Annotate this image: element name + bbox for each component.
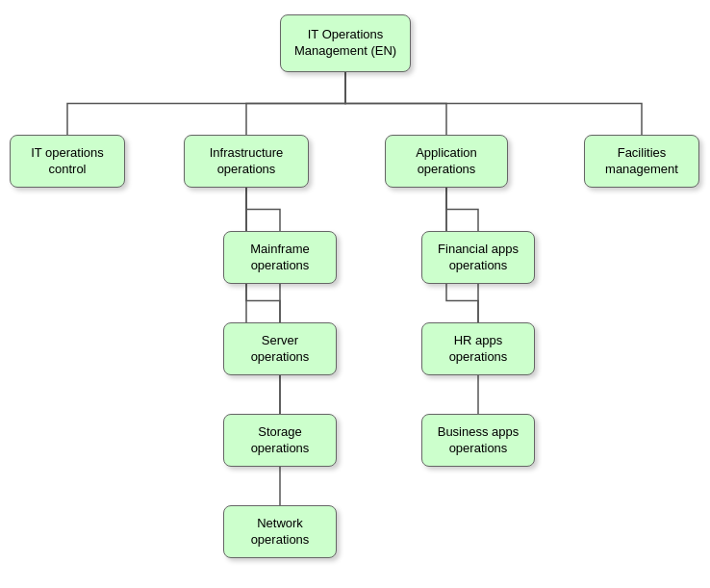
node-hr-apps: HR apps operations (421, 322, 535, 375)
node-it-ops-control: IT operations control (10, 135, 125, 188)
node-storage: Storage operations (223, 414, 337, 467)
connectors-svg (0, 0, 710, 588)
node-mainframe: Mainframe operations (223, 231, 337, 284)
node-server: Server operations (223, 322, 337, 375)
node-app-ops: Application operations (385, 135, 508, 188)
node-root: IT Operations Management (EN) (280, 14, 411, 72)
org-chart: IT Operations Management (EN)IT operatio… (0, 0, 710, 588)
node-facilities: Facilities management (584, 135, 699, 188)
node-financial-apps: Financial apps operations (421, 231, 535, 284)
node-infra-ops: Infrastructure operations (184, 135, 309, 188)
node-network: Network operations (223, 505, 337, 558)
node-business-apps: Business apps operations (421, 414, 535, 467)
